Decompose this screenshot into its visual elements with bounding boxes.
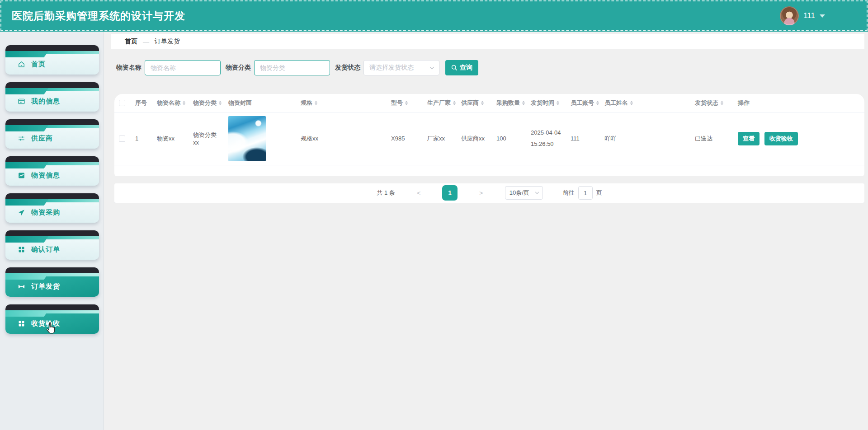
goto-page-group: 前往 页 <box>563 186 602 200</box>
menu-card-stripe <box>5 162 99 165</box>
search-button[interactable]: 查询 <box>445 60 478 75</box>
receive-inspect-button[interactable]: 收货验收 <box>764 132 798 145</box>
sort-icon[interactable] <box>219 101 222 105</box>
column-header-manufacturer[interactable]: 生产厂家 <box>423 94 457 112</box>
cell-ship-time: 2025-04-04 15:26:50 <box>531 127 561 150</box>
sort-icon[interactable] <box>557 101 559 105</box>
column-header-quantity[interactable]: 采购数量 <box>492 94 526 112</box>
grid-icon <box>18 246 25 253</box>
sidebar-item-receiving[interactable]: 收货验收 <box>5 304 99 334</box>
sort-icon[interactable] <box>481 101 484 105</box>
material-category-input[interactable] <box>254 60 330 75</box>
chevron-down-icon <box>429 65 434 70</box>
next-page-button[interactable]: > <box>479 189 483 196</box>
goto-page-input[interactable] <box>578 186 593 200</box>
sort-icon[interactable] <box>453 101 456 105</box>
menu-card-top <box>5 267 99 273</box>
row-checkbox[interactable] <box>119 136 125 142</box>
column-header-status[interactable]: 发货状态 <box>690 94 733 112</box>
menu-card-stripe <box>5 199 99 202</box>
view-button[interactable]: 查看 <box>738 132 760 145</box>
menu-card-stripe <box>5 51 99 54</box>
grid-icon <box>18 320 25 327</box>
menu-card-top <box>5 119 99 125</box>
material-name-input[interactable] <box>145 60 221 75</box>
filter-bar: 物资名称 物资分类 发货状态 请选择发货状态 查询 <box>116 60 864 75</box>
prev-page-button[interactable]: < <box>417 189 420 196</box>
search-icon <box>451 65 458 71</box>
sort-icon[interactable] <box>630 101 633 105</box>
pagination-bar: 共 1 条 < 1 > 10条/页 前往 页 <box>114 183 864 203</box>
sidebar-item-my-info[interactable]: 我的信息 <box>5 82 99 112</box>
sidebar-item-confirm-orders[interactable]: 确认订单 <box>5 230 99 260</box>
username: 111 <box>803 11 815 20</box>
menu-card-top <box>5 82 99 88</box>
menu-card-stripe <box>5 273 99 276</box>
app-title: 医院后勤采购管理系统的设计与开发 <box>12 9 185 23</box>
column-header-spec[interactable]: 规格 <box>296 94 387 112</box>
column-header-account[interactable]: 员工账号 <box>566 94 600 112</box>
column-header-model[interactable]: 型号 <box>387 94 423 112</box>
sliders-icon <box>18 135 25 142</box>
cell-account: 111 <box>566 112 600 165</box>
column-header-material-name[interactable]: 物资名称 <box>152 94 189 112</box>
menu-card-top <box>5 230 99 236</box>
home-icon <box>18 61 25 68</box>
material-category-label: 物资分类 <box>226 64 251 72</box>
sidebar-item-order-shipping[interactable]: 订单发货 <box>5 267 99 297</box>
sort-icon[interactable] <box>721 101 723 105</box>
page-size-value: 10条/页 <box>509 189 529 197</box>
column-header-ship-time[interactable]: 发货时间 <box>526 94 566 112</box>
breadcrumb-home[interactable]: 首页 <box>125 37 137 46</box>
column-header-actions: 操作 <box>733 94 864 112</box>
column-header-seq: 序号 <box>131 94 152 112</box>
sidebar-item-materials[interactable]: 物资信息 <box>5 156 99 186</box>
goto-label: 前往 <box>563 189 575 197</box>
user-menu[interactable]: 111 <box>780 6 825 25</box>
sort-icon[interactable] <box>596 101 599 105</box>
page-unit-label: 页 <box>596 189 602 197</box>
material-name-label: 物资名称 <box>116 64 142 72</box>
search-button-label: 查询 <box>460 64 472 72</box>
column-header-material-category[interactable]: 物资分类 <box>189 94 224 112</box>
page-number-button[interactable]: 1 <box>442 185 458 201</box>
app-header: 医院后勤采购管理系统的设计与开发 111 <box>0 0 868 32</box>
menu-card-top <box>5 193 99 199</box>
sort-icon[interactable] <box>183 101 185 105</box>
cell-material-category: 物资分类xx <box>189 112 224 165</box>
chevron-down-icon <box>535 191 539 195</box>
sidebar-item-procurement[interactable]: 物资采购 <box>5 193 99 223</box>
sort-icon[interactable] <box>405 101 408 105</box>
cell-manufacturer: 厂家xx <box>423 112 457 165</box>
table-row: 1 物资xx 物资分类xx 规格xx X985 厂家xx 供应商xx 100 2… <box>114 112 864 165</box>
menu-card-stripe <box>5 310 99 313</box>
sidebar-item-label: 物资信息 <box>31 171 60 180</box>
sort-icon[interactable] <box>315 101 317 105</box>
cell-spec: 规格xx <box>296 112 387 165</box>
sidebar-item-label: 收货验收 <box>31 319 60 328</box>
cell-material-name: 物资xx <box>152 112 189 165</box>
sidebar-item-suppliers[interactable]: 供应商 <box>5 119 99 149</box>
sort-icon[interactable] <box>522 101 525 105</box>
sidebar-item-label: 物资采购 <box>31 208 60 217</box>
ship-status-label: 发货状态 <box>335 64 360 72</box>
cell-quantity: 100 <box>492 112 526 165</box>
ship-status-placeholder: 请选择发货状态 <box>369 64 414 72</box>
select-all-checkbox[interactable] <box>119 100 125 106</box>
user-avatar[interactable] <box>780 6 799 25</box>
column-header-staff-name[interactable]: 员工姓名 <box>600 94 690 112</box>
data-table-card: 序号 物资名称 物资分类 物资封面 规格 型号 生产厂家 供应商 采购数量 发货… <box>114 94 864 176</box>
sidebar-item-home[interactable]: 首页 <box>5 45 99 75</box>
column-header-supplier[interactable]: 供应商 <box>457 94 492 112</box>
page-size-select[interactable]: 10条/页 <box>505 186 543 200</box>
sidebar-item-label: 供应商 <box>31 134 53 143</box>
menu-card-stripe <box>5 125 99 128</box>
menu-card-top <box>5 304 99 310</box>
cell-staff-name: 吖吖 <box>600 112 690 165</box>
cell-model: X985 <box>387 112 423 165</box>
sidebar-item-label: 首页 <box>31 60 46 69</box>
data-table: 序号 物资名称 物资分类 物资封面 规格 型号 生产厂家 供应商 采购数量 发货… <box>114 94 864 165</box>
cell-supplier: 供应商xx <box>457 112 492 165</box>
menu-card-stripe <box>5 88 99 91</box>
ship-status-select[interactable]: 请选择发货状态 <box>363 60 439 75</box>
